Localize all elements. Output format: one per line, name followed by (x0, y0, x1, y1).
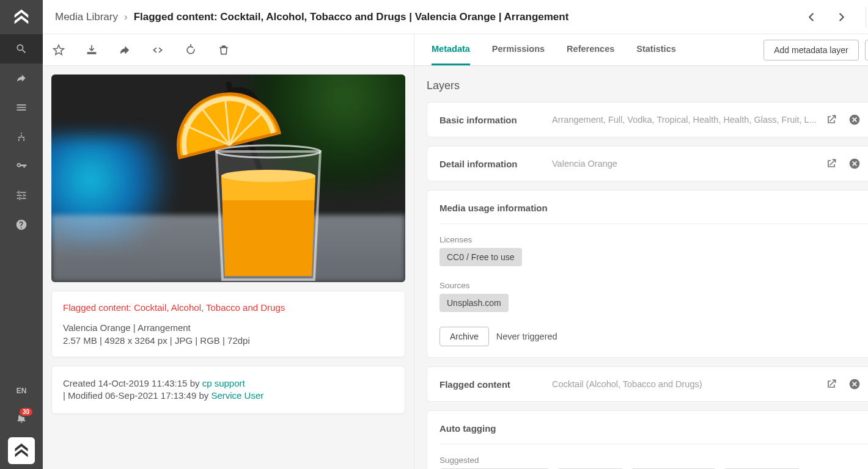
archive-button[interactable]: Archive (440, 327, 489, 346)
modified-text: | Modified 06-Sep-2021 17:13:49 by (63, 390, 211, 401)
layer-flagged-name: Flagged content (440, 379, 543, 390)
open-external-icon[interactable] (825, 114, 837, 126)
flag-line: Flagged content: Cocktail, Alcohol, Toba… (63, 302, 394, 313)
next-button[interactable] (835, 10, 848, 24)
asset-toolbar (43, 34, 414, 66)
tab-references[interactable]: References (567, 34, 614, 65)
left-rail: EN 30 (0, 0, 43, 469)
asset-meta: 2.57 MB | 4928 x 3264 px | JPG | RGB | 7… (63, 335, 394, 346)
layer-basic: Basic information Arrangement, Full, Vod… (427, 102, 868, 137)
breadcrumb-root[interactable]: Media Library (55, 11, 118, 23)
layer-detail-summary: Valencia Orange (552, 159, 817, 169)
delete-button[interactable] (216, 43, 231, 57)
tab-statistics[interactable]: Statistics (636, 34, 675, 65)
created-text: Created 14-Oct-2019 11:43:15 by (63, 378, 202, 388)
rail-share[interactable] (0, 64, 43, 93)
download-button[interactable] (84, 43, 99, 57)
asset-audit-card: Created 14-Oct-2019 11:43:15 by cp suppo… (51, 366, 405, 414)
remove-layer-icon[interactable] (848, 114, 861, 126)
layer-basic-summary: Arrangement, Full, Vodka, Tropical, Heal… (552, 115, 817, 125)
license-chip[interactable]: CC0 / Free to use (440, 248, 522, 266)
refresh-button[interactable] (183, 43, 198, 57)
asset-preview[interactable] (51, 75, 405, 282)
detail-column: Flagged content: Cocktail, Alcohol, Toba… (43, 34, 414, 469)
layer-auto-tagging: Auto tagging Suggested Full (Physical Pr… (427, 410, 868, 469)
layer-usage: Media usage information Licenses CC0 / F… (427, 190, 868, 358)
layers-title: Layers (427, 79, 868, 92)
app-logo[interactable] (0, 0, 43, 34)
created-user-link[interactable]: cp support (202, 378, 245, 388)
favorite-button[interactable] (51, 43, 66, 57)
metadata-panel: Metadata Permissions References Statisti… (414, 34, 868, 469)
panel-tabs: Metadata Permissions References Statisti… (423, 34, 757, 65)
brand-logo-bottom[interactable] (8, 437, 35, 464)
layer-detail-name: Detail information (440, 159, 543, 169)
asset-info-card: Flagged content: Cocktail, Alcohol, Toba… (51, 291, 405, 357)
asset-title: Valencia Orange | Arrangement (63, 322, 394, 333)
tab-permissions[interactable]: Permissions (492, 34, 545, 65)
modified-user-link[interactable]: Service User (211, 390, 263, 401)
notifications-button[interactable]: 30 (15, 405, 28, 430)
layer-auto-name: Auto tagging (440, 423, 863, 434)
layer-flagged-summary: Cocktail (Alcohol, Tobacco and Drugs) (552, 379, 817, 389)
layer-usage-name: Media usage information (440, 203, 863, 213)
header: Media Library › Flagged content: Cocktai… (43, 0, 868, 34)
licenses-label: Licenses (440, 235, 868, 244)
suggested-label: Suggested (440, 456, 868, 465)
open-external-icon[interactable] (825, 378, 837, 390)
edit-button[interactable]: Edit (865, 40, 868, 60)
rail-help[interactable] (0, 210, 43, 239)
rail-menu[interactable] (0, 93, 43, 122)
chevron-right-icon: › (124, 11, 128, 23)
sources-label: Sources (440, 281, 868, 290)
layer-basic-name: Basic information (440, 115, 543, 125)
open-external-icon[interactable] (825, 158, 837, 170)
svg-point-0 (221, 170, 315, 182)
rail-search[interactable] (0, 34, 43, 64)
breadcrumb-leaf: Flagged content: Cocktail, Alcohol, Toba… (134, 11, 569, 23)
source-chip[interactable]: Unsplash.com (440, 294, 509, 312)
add-metadata-layer-button[interactable]: Add metadata layer (763, 40, 858, 60)
remove-layer-icon[interactable] (848, 158, 861, 170)
notification-count: 30 (18, 407, 34, 417)
remove-layer-icon[interactable] (848, 378, 861, 390)
breadcrumb: Media Library › Flagged content: Cocktai… (55, 11, 804, 23)
rail-settings[interactable] (0, 181, 43, 210)
rail-tree[interactable] (0, 122, 43, 151)
rail-key[interactable] (0, 151, 43, 181)
layer-detail: Detail information Valencia Orange (427, 146, 868, 181)
layer-flagged: Flagged content Cocktail (Alcohol, Tobac… (427, 366, 868, 402)
share-button[interactable] (117, 43, 132, 57)
tab-metadata[interactable]: Metadata (432, 34, 470, 65)
prev-button[interactable] (804, 10, 818, 24)
embed-button[interactable] (150, 43, 165, 57)
language-switch[interactable]: EN (17, 380, 27, 402)
archive-status: Never triggered (496, 332, 557, 341)
